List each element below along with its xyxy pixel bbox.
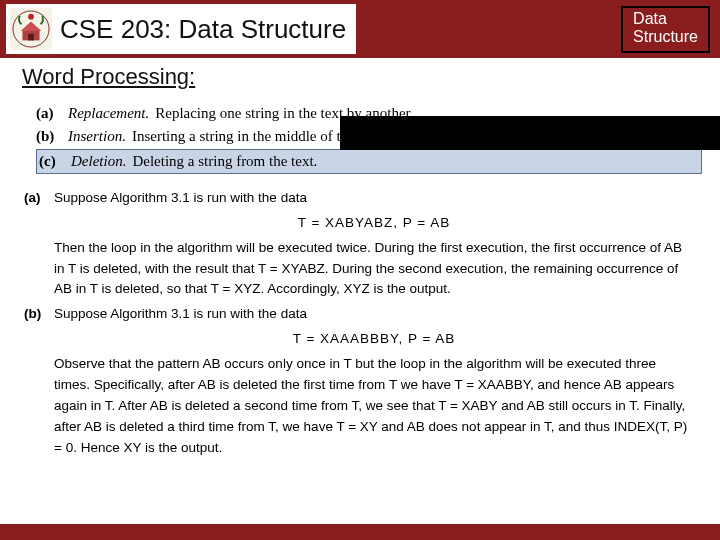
svg-rect-3 <box>28 34 34 41</box>
example-b: (b) Suppose Algorithm 3.1 is run with th… <box>24 304 694 460</box>
examples-block: (a) Suppose Algorithm 3.1 is run with th… <box>24 188 702 461</box>
content-area: (a) Replacement.Replacing one string in … <box>0 96 720 461</box>
svg-point-4 <box>28 14 34 20</box>
example-intro: Suppose Algorithm 3.1 is run with the da… <box>54 304 694 325</box>
footer-bar <box>0 524 720 540</box>
item-term: Insertion. <box>68 128 126 144</box>
item-label: (a) <box>36 102 68 125</box>
section-title: Word Processing: <box>0 60 195 94</box>
badge-line1: Data <box>633 10 698 28</box>
example-paragraph: Then the loop in the algorithm will be e… <box>54 238 694 301</box>
example-paragraph: Observe that the pattern AB occurs only … <box>54 354 694 459</box>
item-label: (c) <box>39 150 71 173</box>
example-intro: Suppose Algorithm 3.1 is run with the da… <box>54 188 694 209</box>
example-marker: (a) <box>24 188 54 303</box>
badge-line2: Structure <box>633 28 698 46</box>
example-a: (a) Suppose Algorithm 3.1 is run with th… <box>24 188 694 303</box>
course-title: CSE 203: Data Structure <box>60 14 346 45</box>
university-logo <box>10 8 52 50</box>
example-equation: T = XAAABBBY, P = AB <box>54 329 694 350</box>
example-marker: (b) <box>24 304 54 460</box>
example-equation: T = XABYABZ, P = AB <box>54 213 694 234</box>
subheader-wrap: Word Processing: <box>0 58 340 96</box>
item-term: Replacement. <box>68 105 149 121</box>
decorative-strip <box>340 116 720 150</box>
header-bar: CSE 203: Data Structure Data Structure <box>0 0 720 58</box>
item-desc: Deleting a string from the text. <box>132 153 317 169</box>
list-item-highlighted: (c) Deletion.Deleting a string from the … <box>36 149 702 174</box>
item-label: (b) <box>36 125 68 148</box>
item-term: Deletion. <box>71 153 126 169</box>
course-badge: Data Structure <box>621 6 710 53</box>
title-box: CSE 203: Data Structure <box>6 4 356 54</box>
